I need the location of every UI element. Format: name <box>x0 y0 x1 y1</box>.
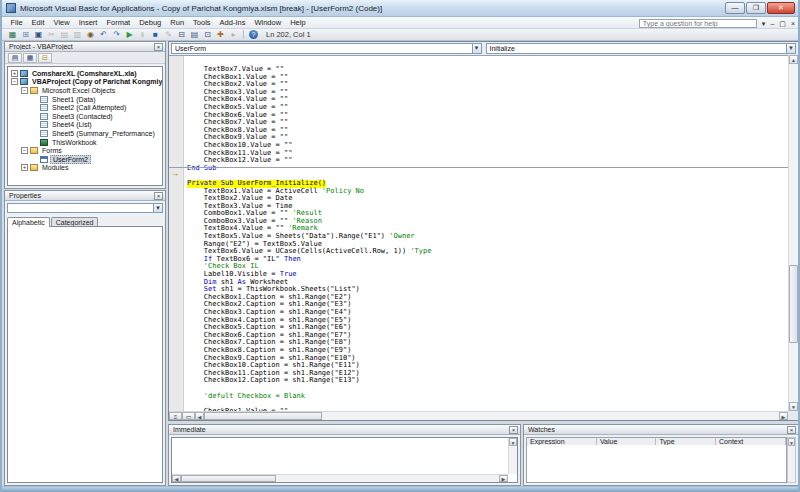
code-line[interactable]: 'Check Box IL <box>169 254 788 262</box>
code-line[interactable]: Set sh1 = ThisWorkbook.Sheets("List") <box>169 277 788 285</box>
watches-column-value[interactable]: Value <box>597 438 657 445</box>
immediate-header[interactable]: Immediate × <box>169 425 520 435</box>
code-line[interactable]: TextBox7.Value = "" <box>169 57 788 65</box>
code-horizontal-scrollbar[interactable]: ≡ ▭ ◀ ▶ <box>169 411 788 420</box>
menu-add-ins[interactable]: Add-Ins <box>215 17 250 29</box>
tree-item-sheet2-call-attempted[interactable]: Sheet2 (Call Attempted) <box>8 103 162 112</box>
code-line[interactable]: If TextBox6 = "IL" Then <box>169 247 788 255</box>
code-line[interactable]: Range("E2") = TextBox5.Value <box>169 232 788 240</box>
code-line[interactable]: TextBox1.Value = ActiveCell 'Policy No <box>169 179 788 187</box>
tree-item-thisworkbook[interactable]: ThisWorkbook <box>8 138 162 147</box>
watches-list[interactable] <box>526 445 787 483</box>
project-explorer-header[interactable]: Project - VBAProject × <box>5 42 165 52</box>
tree-item-sheet1-data[interactable]: Sheet1 (Data) <box>8 95 162 104</box>
menu-file[interactable]: File <box>6 17 27 29</box>
code-line[interactable]: CheckBox6.Value = "" <box>169 103 788 111</box>
watches-vertical-scrollbar[interactable]: ▲ ▼ <box>787 437 796 483</box>
code-editor[interactable]: TextBox7.Value = "" CheckBox1.Value = ""… <box>169 55 788 411</box>
collapse-icon[interactable]: − <box>21 147 28 154</box>
code-line[interactable] <box>169 376 788 384</box>
code-line[interactable]: ComboBox1.Value = "" 'Result <box>169 201 788 209</box>
code-line[interactable]: CheckBox10.Value = "" <box>169 133 788 141</box>
code-line[interactable]: CheckBox2.Value = "" <box>169 72 788 80</box>
scroll-left-icon[interactable]: ◀ <box>195 412 204 420</box>
tree-item-sheet3-contacted[interactable]: Sheet3 (Contacted) <box>8 112 162 121</box>
code-line[interactable]: CheckBox11.Caption = sh1.Range("E12") <box>169 361 788 369</box>
code-line[interactable]: TextBox4.Value = "" 'Remark <box>169 216 788 224</box>
scroll-down-icon[interactable]: ▼ <box>789 402 798 411</box>
watches-column-type[interactable]: Type <box>656 438 716 445</box>
menu-window[interactable]: Window <box>250 17 286 29</box>
horizontal-scroll-thumb[interactable] <box>181 475 276 482</box>
properties-close-icon[interactable]: × <box>154 192 163 200</box>
reset-icon[interactable]: ■ <box>150 30 161 40</box>
code-line[interactable]: CheckBox4.Caption = sh1.Range("E5") <box>169 308 788 316</box>
menu-debug[interactable]: Debug <box>135 17 166 29</box>
immediate-vertical-scrollbar[interactable]: ▲ ▼ <box>508 438 517 474</box>
view-code-icon[interactable]: ▤ <box>8 53 22 63</box>
code-line[interactable]: CheckBox4.Value = "" <box>169 87 788 95</box>
tree-item-sheet5-summary-preformance[interactable]: Sheet5 (Summary_Preformance) <box>8 129 162 138</box>
code-line[interactable]: CheckBox8.Caption = sh1.Range("E9") <box>169 338 788 346</box>
object-browser-icon[interactable]: ⊡ <box>202 30 213 40</box>
menu-insert[interactable]: Insert <box>74 17 102 29</box>
tree-item-modules[interactable]: +Modules <box>8 164 162 173</box>
scroll-up-icon[interactable]: ▲ <box>789 55 798 64</box>
scroll-down-icon[interactable]: ▼ <box>788 438 795 446</box>
view-microsoft-excel-icon[interactable]: ▦ <box>7 30 18 40</box>
code-line[interactable]: CheckBox10.Caption = sh1.Range("E11") <box>169 353 788 361</box>
code-line[interactable]: TextBox3.Value = Time <box>169 194 788 202</box>
code-line[interactable]: TextBox6.Value = UCase(Cells(ActiveCell.… <box>169 239 788 247</box>
full-module-view-button[interactable]: ▭ <box>182 412 195 420</box>
menu-edit[interactable]: Edit <box>27 17 49 29</box>
code-line[interactable]: CheckBox3.Caption = sh1.Range("E4") <box>169 300 788 308</box>
mdi-restore-icon[interactable]: ▢ <box>779 19 786 28</box>
code-line[interactable]: CheckBox9.Caption = sh1.Range("E10") <box>169 346 788 354</box>
code-line[interactable]: CheckBox5.Caption = sh1.Range("E6") <box>169 315 788 323</box>
redo-icon[interactable]: ↷ <box>111 30 122 40</box>
procedure-dropdown[interactable]: Initialize ▼ <box>486 43 797 54</box>
code-line[interactable]: TextBox2.Value = Date <box>169 186 788 194</box>
menu-tools[interactable]: Tools <box>189 17 216 29</box>
code-line[interactable]: CheckBox2.Caption = sh1.Range("E3") <box>169 292 788 300</box>
scroll-right-icon[interactable]: ▶ <box>499 475 508 482</box>
scroll-down-icon[interactable]: ▼ <box>509 438 517 446</box>
save-icon[interactable]: ▣ <box>33 30 44 40</box>
code-line[interactable]: CheckBox1.Caption = sh1.Range("E2") <box>169 285 788 293</box>
code-line[interactable]: CheckBox12.Caption = sh1.Range("E13") <box>169 368 788 376</box>
code-line[interactable]: CheckBox3.Value = "" <box>169 80 788 88</box>
minimize-button[interactable]: — <box>725 2 745 14</box>
code-line[interactable]: 'defult Checkbox = Blank <box>169 384 788 392</box>
code-line[interactable] <box>169 391 788 399</box>
title-bar[interactable]: Microsoft Visual Basic for Applications … <box>2 0 798 17</box>
menu-view[interactable]: View <box>49 17 74 29</box>
watches-column-context[interactable]: Context <box>716 438 786 445</box>
code-line[interactable]: ComboBox3.Value = "" 'Reason <box>169 209 788 217</box>
code-line[interactable]: CheckBox7.Value = "" <box>169 110 788 118</box>
menu-help[interactable]: Help <box>286 17 310 29</box>
chevron-down-icon[interactable]: ▼ <box>786 44 795 53</box>
horizontal-scroll-thumb[interactable] <box>204 412 322 420</box>
collapse-icon[interactable]: − <box>11 78 18 85</box>
immediate-input-area[interactable]: ▲ ▼ ◀ ▶ <box>171 437 518 483</box>
properties-list[interactable] <box>7 226 163 483</box>
properties-window-icon[interactable]: ▤ <box>189 30 200 40</box>
code-line[interactable]: CheckBox6.Caption = sh1.Range("E7") <box>169 323 788 331</box>
mdi-close-icon[interactable]: × <box>791 19 795 28</box>
expand-icon[interactable]: + <box>21 164 28 171</box>
undo-icon[interactable]: ↶ <box>98 30 109 40</box>
restore-button[interactable]: ❐ <box>746 2 766 14</box>
toolbar-options-icon[interactable]: ▾ <box>762 19 766 28</box>
watches-header[interactable]: Watches × <box>524 425 798 435</box>
code-line[interactable]: Dim sh1 As Worksheet <box>169 270 788 278</box>
tree-item-vbaproject-copy-of-parichat-kongmiya-xlsm[interactable]: −VBAProject (Copy of Parichat Kongmiya.x… <box>8 78 162 87</box>
watches-column-expression[interactable]: Expression <box>527 438 597 445</box>
code-line[interactable]: CheckBox12.Value = "" <box>169 148 788 156</box>
insert-userform-icon[interactable]: ⊞ <box>20 30 31 40</box>
view-object-icon[interactable]: ▦ <box>23 53 37 63</box>
toggle-folders-icon[interactable]: ⊟ <box>38 53 52 63</box>
code-line[interactable]: Label10.Visible = True <box>169 262 788 270</box>
immediate-horizontal-scrollbar[interactable]: ◀ ▶ <box>172 474 508 482</box>
code-vertical-scrollbar[interactable]: ▲ ▼ <box>788 55 798 411</box>
menu-run[interactable]: Run <box>166 17 189 29</box>
